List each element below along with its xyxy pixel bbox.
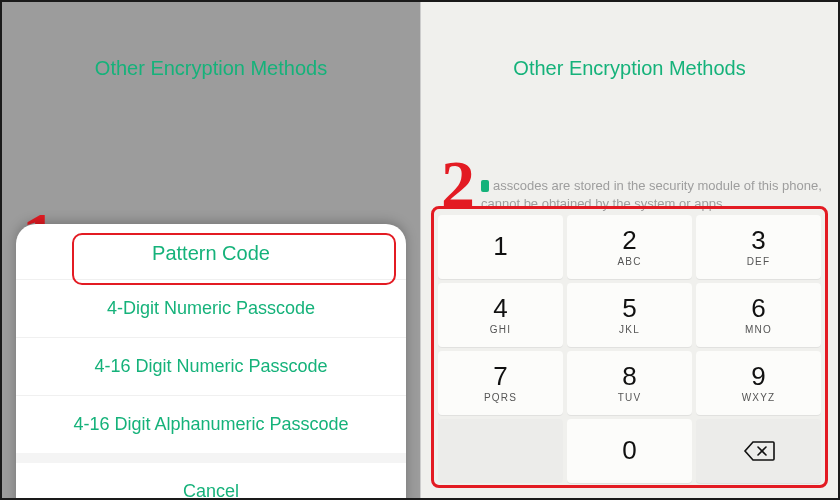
key-backspace[interactable] <box>696 419 821 483</box>
screen-2: Other Encryption Methods 2 asscodes are … <box>420 2 838 498</box>
key-digit: 9 <box>751 363 765 389</box>
key-digit: 2 <box>622 227 636 253</box>
key-digit: 1 <box>493 233 507 259</box>
action-sheet: Pattern Code 4-Digit Numeric Passcode 4-… <box>16 224 406 500</box>
key-digit: 8 <box>622 363 636 389</box>
key-2[interactable]: 2 ABC <box>567 215 692 279</box>
key-digit: 7 <box>493 363 507 389</box>
key-digit: 5 <box>622 295 636 321</box>
key-3[interactable]: 3 DEF <box>696 215 821 279</box>
key-4[interactable]: 4 GHI <box>438 283 563 347</box>
key-9[interactable]: 9 WXYZ <box>696 351 821 415</box>
key-6[interactable]: 6 MNO <box>696 283 821 347</box>
key-digit: 6 <box>751 295 765 321</box>
key-letters: MNO <box>745 324 772 335</box>
backspace-icon <box>743 441 775 461</box>
key-digit: 3 <box>751 227 765 253</box>
key-blank <box>438 419 563 483</box>
key-8[interactable]: 8 TUV <box>567 351 692 415</box>
screen-1: Other Encryption Methods 1 Pattern Code … <box>2 2 420 498</box>
keypad-highlight: 1 2 ABC 3 DEF 4 GHI 5 JKL 6 MNO <box>431 206 828 488</box>
title-area: Other Encryption Methods <box>421 2 838 80</box>
key-0[interactable]: 0 <box>567 419 692 483</box>
key-letters: TUV <box>618 392 642 403</box>
key-letters: GHI <box>490 324 511 335</box>
cancel-button[interactable]: Cancel <box>16 453 406 500</box>
key-1[interactable]: 1 <box>438 215 563 279</box>
key-digit: 4 <box>493 295 507 321</box>
option-4-16-digit-alphanumeric[interactable]: 4-16 Digit Alphanumeric Passcode <box>16 395 406 453</box>
option-4-digit-numeric[interactable]: 4-Digit Numeric Passcode <box>16 279 406 337</box>
page-title: Other Encryption Methods <box>513 57 745 79</box>
key-5[interactable]: 5 JKL <box>567 283 692 347</box>
key-letters: WXYZ <box>742 392 776 403</box>
numeric-keypad: 1 2 ABC 3 DEF 4 GHI 5 JKL 6 MNO <box>434 215 825 483</box>
option-4-16-digit-numeric[interactable]: 4-16 Digit Numeric Passcode <box>16 337 406 395</box>
key-digit: 0 <box>622 437 636 463</box>
key-letters: DEF <box>747 256 771 267</box>
key-letters: JKL <box>619 324 640 335</box>
key-letters: PQRS <box>484 392 517 403</box>
page-title: Other Encryption Methods <box>95 57 327 79</box>
key-letters: ABC <box>617 256 641 267</box>
title-area: Other Encryption Methods <box>2 2 420 80</box>
sheet-header: Pattern Code <box>16 224 406 279</box>
key-7[interactable]: 7 PQRS <box>438 351 563 415</box>
